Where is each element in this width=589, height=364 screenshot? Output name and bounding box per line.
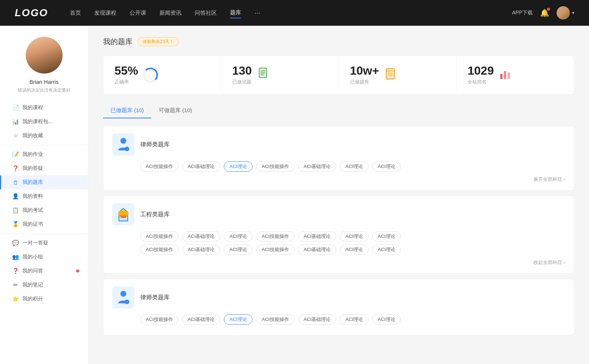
sidebar-item-label: 我的题库 xyxy=(22,179,43,186)
svg-text:✓: ✓ xyxy=(126,300,129,304)
navbar: LOGO 首页 发现课程 公开课 新闻资讯 问答社区 题库 ··· APP下载 … xyxy=(0,0,589,26)
tag[interactable]: ACI理论 xyxy=(224,231,253,242)
sidebar-item-course-packages[interactable]: 📊 我的课程包... xyxy=(0,115,88,129)
avatar-image xyxy=(557,6,570,19)
tag[interactable]: ACI理论 xyxy=(340,245,368,255)
course-packages-icon: 📊 xyxy=(12,118,19,125)
nav-news[interactable]: 新闻资讯 xyxy=(159,8,181,18)
tag[interactable]: ACI基础理论 xyxy=(182,231,221,242)
sidebar-divider-2 xyxy=(0,233,88,234)
tag-active[interactable]: ACI理论 xyxy=(224,314,253,325)
sidebar-item-exam[interactable]: 📋 我的考试 xyxy=(0,203,88,217)
main-layout: Brian Harris 错误的决定比没有决定要好 📄 我的课程 📊 我的课程包… xyxy=(0,26,589,364)
tag[interactable]: ACI理论 xyxy=(224,245,253,255)
sidebar-item-groups[interactable]: 👥 我的小组 xyxy=(0,250,88,264)
user-avatar-menu[interactable]: ▾ xyxy=(557,6,574,19)
tag[interactable]: ACI技能操作 xyxy=(140,314,179,325)
tag[interactable]: ACI基础理论 xyxy=(298,245,336,255)
tag[interactable]: ACI理论 xyxy=(340,161,368,172)
svg-point-13 xyxy=(120,138,126,144)
notification-bell[interactable]: 🔔 xyxy=(540,8,549,17)
nav-qa[interactable]: 问答社区 xyxy=(195,8,217,18)
tag[interactable]: ACI技能操作 xyxy=(140,231,179,242)
sidebar-item-label: 我的积分 xyxy=(22,296,43,302)
tag[interactable]: ACI基础理论 xyxy=(182,314,221,325)
logo[interactable]: LOGO xyxy=(15,7,48,19)
nav-more[interactable]: ··· xyxy=(254,9,260,17)
tag[interactable]: ACI技能操作 xyxy=(256,314,294,325)
sidebar-item-my-info[interactable]: 👤 我的资料 xyxy=(0,189,88,203)
svg-rect-5 xyxy=(386,69,394,79)
tag[interactable]: ACI理论 xyxy=(372,245,401,255)
nav-discover[interactable]: 发现课程 xyxy=(94,8,116,18)
dropdown-arrow[interactable]: ▾ xyxy=(572,10,574,15)
tab-available-banks[interactable]: 可做题库 (10) xyxy=(151,103,200,118)
sidebar-item-label: 我的证书 xyxy=(22,221,43,228)
nav-home[interactable]: 首页 xyxy=(70,8,81,18)
sidebar-item-favorites[interactable]: ☆ 我的收藏 xyxy=(0,129,88,143)
sidebar-item-my-courses[interactable]: 📄 我的课程 xyxy=(0,101,88,115)
tag[interactable]: ACI基础理论 xyxy=(298,231,336,242)
sidebar-item-one-on-one[interactable]: 💬 一对一答疑 xyxy=(0,236,88,250)
sidebar-item-my-questions[interactable]: ❓ 我的问答 xyxy=(0,264,88,278)
avatar xyxy=(557,6,570,19)
favorites-icon: ☆ xyxy=(12,132,19,139)
stat-label-done: 已做试题 xyxy=(232,79,252,85)
bank-title-engineer: 工程类题库 xyxy=(140,211,170,218)
stat-value-accuracy: 55% xyxy=(114,65,138,76)
tab-done-banks[interactable]: 已做题库 (10) xyxy=(103,103,151,118)
notification-dot xyxy=(547,8,550,11)
chart-icon xyxy=(499,67,512,83)
bank-title-lawyer-1: 律师类题库 xyxy=(140,141,170,149)
sidebar-item-notes[interactable]: ✏ 我的笔记 xyxy=(0,278,88,292)
sidebar-item-certificate[interactable]: 🏅 我的证书 xyxy=(0,217,88,231)
tag[interactable]: ACI理论 xyxy=(340,231,368,242)
navbar-right: APP下载 🔔 ▾ xyxy=(512,6,574,19)
tag[interactable]: ACI理论 xyxy=(372,161,401,172)
tag[interactable]: ACI理论 xyxy=(372,314,401,325)
tag[interactable]: ACI理论 xyxy=(372,231,401,242)
tag[interactable]: ACI理论 xyxy=(340,314,368,325)
nav-open-course[interactable]: 公开课 xyxy=(130,8,146,18)
sidebar-item-label: 我的考试 xyxy=(22,207,43,214)
question-bank-icon: 🗒 xyxy=(12,179,19,186)
svg-rect-10 xyxy=(500,74,502,79)
bank-card-lawyer-2: ✓ 律师类题库 ACI技能操作 ACI基础理论 ACI理论 ACI技能操作 AC… xyxy=(103,279,574,335)
my-questions-icon: ❓ xyxy=(12,268,19,274)
sidebar-item-homework[interactable]: 📝 我的作业 xyxy=(0,147,88,161)
tag[interactable]: ACI技能操作 xyxy=(256,231,294,242)
sidebar-item-label: 我的收藏 xyxy=(22,132,43,139)
tag[interactable]: ACI基础理论 xyxy=(298,161,336,172)
collapse-link-engineer[interactable]: 收起全部科目 › xyxy=(112,258,565,266)
tag[interactable]: ACI技能操作 xyxy=(140,245,179,255)
bank-card-lawyer-1: ✓ 律师类题库 ACI技能操作 ACI基础理论 ACI理论 ACI技能操作 AC… xyxy=(103,126,574,190)
app-download-link[interactable]: APP下载 xyxy=(512,10,533,16)
sidebar-item-points[interactable]: ⭐ 我的积分 xyxy=(0,292,88,306)
tags-row-lawyer-1: ACI技能操作 ACI基础理论 ACI理论 ACI技能操作 ACI基础理论 AC… xyxy=(112,161,565,172)
stat-value-done: 130 xyxy=(232,65,252,76)
bank-card-header: ✓ 律师类题库 xyxy=(112,133,565,156)
bank-icon-engineer xyxy=(112,203,134,225)
tag[interactable]: ACI基础理论 xyxy=(182,245,221,255)
tags-row-engineer-1: ACI技能操作 ACI基础理论 ACI理论 ACI技能操作 ACI基础理论 AC… xyxy=(112,231,565,242)
tag[interactable]: ACI技能操作 xyxy=(140,161,179,172)
bank-card-header: 工程类题库 xyxy=(112,203,565,225)
sidebar-item-label: 我的小组 xyxy=(22,254,43,260)
sidebar-item-label: 一对一答疑 xyxy=(22,240,48,246)
sidebar-item-label: 我的课程包... xyxy=(22,118,53,125)
stat-label-banks: 已做题库 xyxy=(350,79,379,85)
my-info-icon: 👤 xyxy=(12,193,19,200)
sidebar-item-question-bank[interactable]: 🗒 我的题库 xyxy=(0,175,88,189)
tag[interactable]: ACI技能操作 xyxy=(256,245,294,255)
my-courses-icon: 📄 xyxy=(12,104,19,111)
sidebar-item-qa[interactable]: ❓ 我的答疑 xyxy=(0,161,88,175)
tag[interactable]: ACI基础理论 xyxy=(182,161,221,172)
tag[interactable]: ACI基础理论 xyxy=(298,314,336,325)
tag-active[interactable]: ACI理论 xyxy=(224,161,253,172)
expand-link-lawyer-1[interactable]: 展开全部科目 › xyxy=(112,175,565,183)
stat-rank: 1029 全站排名 xyxy=(456,56,574,94)
doc-icon xyxy=(257,67,270,83)
stat-value-banks: 10w+ xyxy=(350,65,379,76)
nav-question-bank[interactable]: 题库 xyxy=(230,8,241,18)
tag[interactable]: ACI技能操作 xyxy=(256,161,294,172)
